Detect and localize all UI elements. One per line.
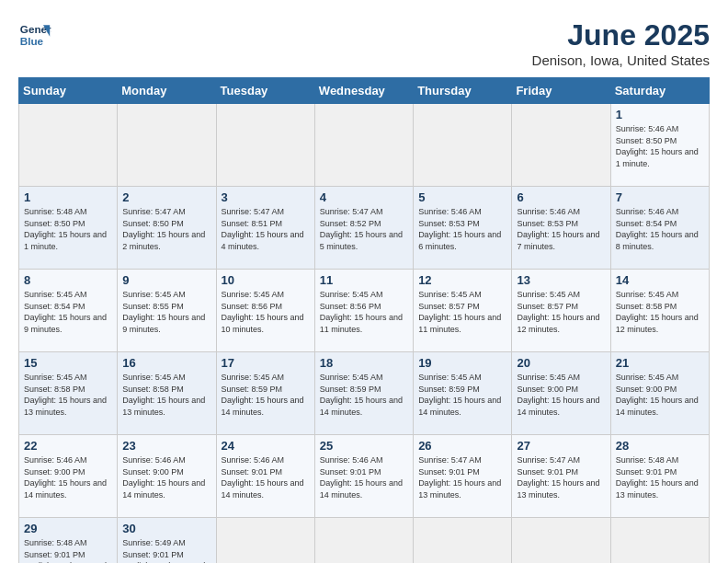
day-number: 24 <box>222 439 310 453</box>
day-number: 30 <box>122 522 210 535</box>
day-number: 11 <box>320 273 408 287</box>
day-number: 5 <box>418 190 506 204</box>
cell-sun-info: Sunrise: 5:46 AMSunset: 9:00 PMDaylight:… <box>24 454 112 500</box>
cell-sun-info: Sunrise: 5:45 AMSunset: 8:55 PMDaylight:… <box>122 289 210 335</box>
day-number: 13 <box>517 273 605 287</box>
day-number: 26 <box>418 439 506 453</box>
calendar-cell <box>314 518 413 564</box>
cell-sun-info: Sunrise: 5:46 AMSunset: 9:01 PMDaylight:… <box>222 454 310 500</box>
col-header-thursday: Thursday <box>414 78 512 104</box>
cell-sun-info: Sunrise: 5:46 AMSunset: 9:01 PMDaylight:… <box>320 454 408 500</box>
day-number: 21 <box>616 356 704 370</box>
calendar-week-row: 8Sunrise: 5:45 AMSunset: 8:54 PMDaylight… <box>19 270 710 352</box>
cell-sun-info: Sunrise: 5:45 AMSunset: 8:57 PMDaylight:… <box>418 289 506 335</box>
cell-sun-info: Sunrise: 5:47 AMSunset: 8:50 PMDaylight:… <box>122 206 210 252</box>
cell-sun-info: Sunrise: 5:45 AMSunset: 9:00 PMDaylight:… <box>517 372 605 418</box>
day-number: 3 <box>222 190 310 204</box>
calendar-cell <box>314 104 413 187</box>
cell-sun-info: Sunrise: 5:45 AMSunset: 8:54 PMDaylight:… <box>24 289 112 335</box>
calendar-cell: 14Sunrise: 5:45 AMSunset: 8:58 PMDayligh… <box>610 270 709 352</box>
day-number: 22 <box>24 439 112 453</box>
title-area: June 2025 Denison, Iowa, United States <box>532 18 710 68</box>
day-number: 27 <box>517 439 605 453</box>
calendar-week-row: 15Sunrise: 5:45 AMSunset: 8:58 PMDayligh… <box>19 352 710 435</box>
col-header-saturday: Saturday <box>610 78 709 104</box>
day-number: 16 <box>122 356 210 370</box>
day-number: 9 <box>122 273 210 287</box>
calendar-cell: 27Sunrise: 5:47 AMSunset: 9:01 PMDayligh… <box>512 435 610 518</box>
cell-sun-info: Sunrise: 5:47 AMSunset: 9:01 PMDaylight:… <box>517 454 605 500</box>
calendar-cell: 24Sunrise: 5:46 AMSunset: 9:01 PMDayligh… <box>216 435 314 518</box>
calendar-cell <box>216 104 314 187</box>
calendar-cell: 10Sunrise: 5:45 AMSunset: 8:56 PMDayligh… <box>216 270 314 352</box>
calendar-week-row: 22Sunrise: 5:46 AMSunset: 9:00 PMDayligh… <box>19 435 710 518</box>
col-header-sunday: Sunday <box>19 78 118 104</box>
calendar-cell: 4Sunrise: 5:47 AMSunset: 8:52 PMDaylight… <box>314 187 413 270</box>
calendar-cell: 19Sunrise: 5:45 AMSunset: 8:59 PMDayligh… <box>414 352 512 435</box>
calendar-week-row: 1Sunrise: 5:48 AMSunset: 8:50 PMDaylight… <box>19 187 710 270</box>
calendar-cell: 5Sunrise: 5:46 AMSunset: 8:53 PMDaylight… <box>414 187 512 270</box>
cell-sun-info: Sunrise: 5:46 AMSunset: 8:53 PMDaylight:… <box>517 206 605 252</box>
day-number: 17 <box>222 356 310 370</box>
calendar-cell: 18Sunrise: 5:45 AMSunset: 8:59 PMDayligh… <box>314 352 413 435</box>
cell-sun-info: Sunrise: 5:45 AMSunset: 9:00 PMDaylight:… <box>616 372 704 418</box>
calendar-cell: 22Sunrise: 5:46 AMSunset: 9:00 PMDayligh… <box>19 435 118 518</box>
calendar-cell <box>414 104 512 187</box>
day-number: 10 <box>222 273 310 287</box>
cell-sun-info: Sunrise: 5:47 AMSunset: 8:51 PMDaylight:… <box>222 206 310 252</box>
cell-sun-info: Sunrise: 5:46 AMSunset: 8:50 PMDaylight:… <box>616 123 704 169</box>
cell-sun-info: Sunrise: 5:48 AMSunset: 9:01 PMDaylight:… <box>24 537 112 563</box>
calendar-cell <box>512 518 610 564</box>
calendar-cell: 9Sunrise: 5:45 AMSunset: 8:55 PMDaylight… <box>118 270 216 352</box>
cell-sun-info: Sunrise: 5:46 AMSunset: 8:54 PMDaylight:… <box>616 206 704 252</box>
day-number: 28 <box>616 439 704 453</box>
day-number: 23 <box>122 439 210 453</box>
calendar-cell: 2Sunrise: 5:47 AMSunset: 8:50 PMDaylight… <box>118 187 216 270</box>
calendar-cell: 6Sunrise: 5:46 AMSunset: 8:53 PMDaylight… <box>512 187 610 270</box>
col-header-tuesday: Tuesday <box>216 78 314 104</box>
day-number: 1 <box>616 108 704 121</box>
calendar-cell: 13Sunrise: 5:45 AMSunset: 8:57 PMDayligh… <box>512 270 610 352</box>
cell-sun-info: Sunrise: 5:47 AMSunset: 8:52 PMDaylight:… <box>320 206 408 252</box>
day-number: 14 <box>616 273 704 287</box>
calendar-week-row: 29Sunrise: 5:48 AMSunset: 9:01 PMDayligh… <box>19 518 710 564</box>
calendar-cell: 8Sunrise: 5:45 AMSunset: 8:54 PMDaylight… <box>19 270 118 352</box>
calendar-cell: 29Sunrise: 5:48 AMSunset: 9:01 PMDayligh… <box>19 518 118 564</box>
cell-sun-info: Sunrise: 5:45 AMSunset: 8:56 PMDaylight:… <box>222 289 310 335</box>
calendar-cell: 23Sunrise: 5:46 AMSunset: 9:00 PMDayligh… <box>118 435 216 518</box>
cell-sun-info: Sunrise: 5:45 AMSunset: 8:58 PMDaylight:… <box>24 372 112 418</box>
logo: General Blue <box>18 18 51 52</box>
cell-sun-info: Sunrise: 5:45 AMSunset: 8:56 PMDaylight:… <box>320 289 408 335</box>
calendar-cell: 30Sunrise: 5:49 AMSunset: 9:01 PMDayligh… <box>118 518 216 564</box>
cell-sun-info: Sunrise: 5:45 AMSunset: 8:59 PMDaylight:… <box>418 372 506 418</box>
calendar-cell: 15Sunrise: 5:45 AMSunset: 8:58 PMDayligh… <box>19 352 118 435</box>
day-number: 12 <box>418 273 506 287</box>
cell-sun-info: Sunrise: 5:45 AMSunset: 8:58 PMDaylight:… <box>122 372 210 418</box>
page-header: General Blue June 2025 Denison, Iowa, Un… <box>18 18 710 68</box>
cell-sun-info: Sunrise: 5:45 AMSunset: 8:59 PMDaylight:… <box>320 372 408 418</box>
day-number: 6 <box>517 190 605 204</box>
calendar-cell: 26Sunrise: 5:47 AMSunset: 9:01 PMDayligh… <box>414 435 512 518</box>
calendar-cell: 11Sunrise: 5:45 AMSunset: 8:56 PMDayligh… <box>314 270 413 352</box>
calendar-cell <box>118 104 216 187</box>
calendar-cell <box>19 104 118 187</box>
cell-sun-info: Sunrise: 5:45 AMSunset: 8:59 PMDaylight:… <box>222 372 310 418</box>
day-number: 4 <box>320 190 408 204</box>
cell-sun-info: Sunrise: 5:46 AMSunset: 8:53 PMDaylight:… <box>418 206 506 252</box>
calendar-cell: 12Sunrise: 5:45 AMSunset: 8:57 PMDayligh… <box>414 270 512 352</box>
calendar-cell <box>610 518 709 564</box>
col-header-friday: Friday <box>512 78 610 104</box>
svg-text:Blue: Blue <box>20 35 44 47</box>
day-number: 8 <box>24 273 112 287</box>
cell-sun-info: Sunrise: 5:48 AMSunset: 8:50 PMDaylight:… <box>24 206 112 252</box>
calendar-table: SundayMondayTuesdayWednesdayThursdayFrid… <box>18 77 710 563</box>
calendar-cell <box>414 518 512 564</box>
calendar-cell: 16Sunrise: 5:45 AMSunset: 8:58 PMDayligh… <box>118 352 216 435</box>
calendar-cell: 7Sunrise: 5:46 AMSunset: 8:54 PMDaylight… <box>610 187 709 270</box>
day-number: 18 <box>320 356 408 370</box>
calendar-week-row: 1Sunrise: 5:46 AMSunset: 8:50 PMDaylight… <box>19 104 710 187</box>
day-number: 1 <box>24 190 112 204</box>
calendar-cell: 1Sunrise: 5:48 AMSunset: 8:50 PMDaylight… <box>19 187 118 270</box>
logo-icon: General Blue <box>18 18 51 52</box>
day-number: 25 <box>320 439 408 453</box>
